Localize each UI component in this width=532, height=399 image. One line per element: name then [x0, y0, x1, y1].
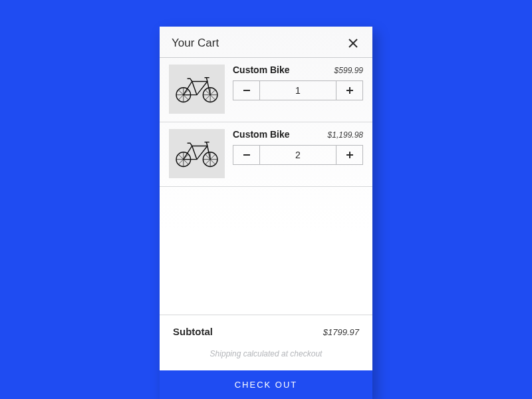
item-name: Custom Bike [233, 65, 290, 75]
bike-icon [173, 73, 221, 105]
minus-icon [243, 151, 251, 159]
svg-line-38 [210, 160, 215, 165]
checkout-button[interactable]: CHECK OUT [160, 370, 372, 399]
minus-icon [243, 86, 251, 94]
cart-items: Custom Bike $599.99 1 [160, 58, 372, 187]
shipping-note: Shipping calculated at checkout [173, 349, 359, 358]
svg-line-39 [210, 154, 215, 160]
cart-item: Custom Bike $599.99 1 [160, 58, 372, 122]
decrement-button[interactable] [233, 146, 260, 164]
subtotal-section: Subtotal $1799.97 Shipping calculated at… [160, 315, 372, 370]
spacer [160, 187, 372, 315]
plus-icon [346, 86, 354, 94]
item-top-row: Custom Bike $599.99 [233, 65, 363, 75]
subtotal-label: Subtotal [173, 326, 213, 337]
item-thumbnail [169, 65, 225, 114]
svg-line-9 [184, 95, 189, 100]
quantity-value: 1 [260, 81, 336, 100]
quantity-stepper: 2 [233, 145, 363, 165]
svg-line-29 [178, 154, 184, 160]
svg-line-32 [178, 160, 184, 165]
close-icon [348, 39, 358, 48]
increment-button[interactable] [336, 146, 362, 164]
bike-icon [173, 138, 221, 170]
svg-line-17 [210, 95, 215, 100]
svg-line-18 [210, 90, 215, 95]
svg-line-40 [205, 160, 210, 165]
svg-line-30 [184, 160, 189, 165]
decrement-button[interactable] [233, 81, 260, 100]
subtotal-row: Subtotal $1799.97 [173, 326, 359, 337]
close-button[interactable] [346, 36, 360, 51]
cart-header: Your Cart [160, 27, 372, 58]
item-name: Custom Bike [233, 129, 290, 140]
svg-line-19 [205, 95, 210, 100]
item-thumbnail [169, 129, 225, 178]
subtotal-value: $1799.97 [323, 327, 359, 337]
cart-panel: Your Cart [160, 27, 372, 399]
item-price: $599.99 [334, 66, 363, 75]
cart-title: Your Cart [172, 37, 219, 50]
plus-icon [346, 151, 354, 159]
svg-line-11 [178, 95, 184, 100]
increment-button[interactable] [336, 81, 362, 100]
item-price: $1,199.98 [328, 130, 363, 140]
quantity-value: 2 [260, 146, 336, 164]
cart-item: Custom Bike $1,199.98 2 [160, 122, 372, 187]
item-top-row: Custom Bike $1,199.98 [233, 129, 363, 140]
item-body: Custom Bike $1,199.98 2 [233, 129, 363, 178]
quantity-stepper: 1 [233, 80, 363, 100]
item-body: Custom Bike $599.99 1 [233, 65, 363, 114]
svg-line-8 [178, 90, 184, 95]
